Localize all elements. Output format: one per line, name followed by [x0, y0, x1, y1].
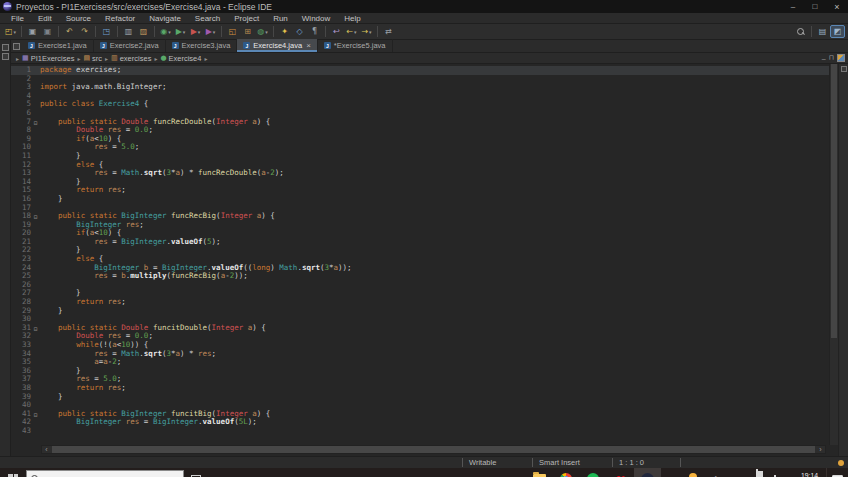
- new-java-project-button[interactable]: ◱: [226, 25, 239, 38]
- open-element-button[interactable]: ◳: [100, 25, 113, 38]
- code-line[interactable]: 19 BigInteger res;: [11, 221, 848, 230]
- vertical-scrollbar-thumb[interactable]: [831, 64, 837, 338]
- code-line[interactable]: 22 }: [11, 246, 848, 255]
- annotation-menu-icon[interactable]: [841, 66, 847, 72]
- last-edit-location-button[interactable]: ↩: [330, 25, 343, 38]
- new-class-button[interactable]: ◍▾: [256, 25, 269, 38]
- paste-button[interactable]: ▨: [137, 25, 150, 38]
- restore-package-explorer-icon[interactable]: [2, 44, 9, 51]
- close-button[interactable]: ×: [826, 0, 848, 13]
- horizontal-scrollbar[interactable]: ‹ ›: [41, 445, 826, 454]
- code-line[interactable]: 10 res = 5.0;: [11, 143, 848, 152]
- breadcrumb-pi1exercises[interactable]: ▦PI1Exercises: [22, 54, 74, 63]
- code-line[interactable]: 34 res = Math.sqrt(3*a) * res;: [11, 350, 848, 359]
- chrome-button[interactable]: [553, 468, 580, 477]
- weather-widget[interactable]: 27°C: [689, 473, 723, 477]
- menu-file[interactable]: File: [4, 13, 31, 24]
- code-line[interactable]: 39 }: [11, 393, 848, 402]
- code-line[interactable]: 42 BigInteger res = BigInteger.valueOf(5…: [11, 418, 848, 427]
- fold-marker-icon[interactable]: ⊟: [31, 410, 40, 419]
- breadcrumb-toggle-icon[interactable]: ▸: [16, 55, 19, 62]
- code-line[interactable]: 37 res = 5.0;: [11, 375, 848, 384]
- taskbar-clock[interactable]: 19:14 04/11/2024: [784, 472, 818, 477]
- code-line[interactable]: 5public class Exercise4 {: [11, 100, 848, 109]
- code-line[interactable]: 28 return res;: [11, 298, 848, 307]
- coverage-button[interactable]: ▶▾: [204, 25, 217, 38]
- code-line[interactable]: 21 res = BigInteger.valueOf(5);: [11, 238, 848, 247]
- code-line[interactable]: 8 Double res = 0.0;: [11, 126, 848, 135]
- tab-exercise2java[interactable]: JExercise2.java: [94, 39, 166, 52]
- maximize-editor-icon[interactable]: ⊓: [829, 54, 834, 62]
- minimize-editor-icon[interactable]: –: [822, 55, 826, 62]
- mark-occurrences-button[interactable]: ¶: [308, 25, 321, 38]
- vertical-scrollbar[interactable]: [829, 64, 838, 445]
- horizontal-scrollbar-thumb[interactable]: [52, 446, 815, 453]
- save-button[interactable]: ▣: [26, 25, 39, 38]
- spotify-button[interactable]: ≡: [580, 468, 607, 477]
- fold-marker-icon[interactable]: ⊟: [31, 212, 40, 221]
- code-line[interactable]: 43: [11, 427, 848, 436]
- menu-help[interactable]: Help: [337, 13, 367, 24]
- link-with-editor-button[interactable]: ⇄: [382, 25, 395, 38]
- onedrive-button[interactable]: ☁: [743, 470, 751, 477]
- tab-exercise5java[interactable]: J*Exercise5.java: [318, 39, 393, 52]
- copy-button[interactable]: ▥: [122, 25, 135, 38]
- tab-exercise3java[interactable]: JExercise3.java: [166, 39, 238, 52]
- editor-area-handle[interactable]: [13, 43, 20, 50]
- code-line[interactable]: 1package exercises;: [11, 66, 848, 75]
- code-line[interactable]: 16 }: [11, 195, 848, 204]
- minimize-button[interactable]: –: [782, 0, 804, 13]
- code-line[interactable]: 26: [11, 281, 848, 290]
- code-line[interactable]: 11 }: [11, 152, 848, 161]
- scroll-right-icon[interactable]: ›: [816, 445, 825, 454]
- run-button[interactable]: ▶▾: [174, 25, 187, 38]
- close-tab-icon[interactable]: ×: [306, 41, 311, 50]
- taskbar-search-box[interactable]: [26, 470, 184, 477]
- breadcrumb-src[interactable]: ▤src: [83, 54, 102, 63]
- search-flashlight-button[interactable]: ✦: [278, 25, 291, 38]
- restore-outline-icon[interactable]: [837, 54, 845, 62]
- toolbar-search-button[interactable]: [794, 25, 807, 38]
- menu-run[interactable]: Run: [266, 13, 295, 24]
- menu-edit[interactable]: Edit: [31, 13, 59, 24]
- menu-source[interactable]: Source: [59, 13, 98, 24]
- eclipse-button[interactable]: [634, 468, 661, 477]
- code-line[interactable]: 13 res = Math.sqrt(3*a) * funcRecDouble(…: [11, 169, 848, 178]
- action-center-button[interactable]: 1: [826, 468, 848, 477]
- task-view-button[interactable]: [184, 468, 208, 477]
- menu-project[interactable]: Project: [227, 13, 266, 24]
- save-all-button[interactable]: ▣: [41, 25, 54, 38]
- undo-button[interactable]: ↶: [63, 25, 76, 38]
- back-button[interactable]: ←▾: [345, 25, 358, 38]
- debug-button[interactable]: ◉▾: [159, 25, 172, 38]
- code-line[interactable]: 35 a=a-2;: [11, 358, 848, 367]
- code-line[interactable]: 14 }: [11, 178, 848, 187]
- new-wizard-button[interactable]: ◰▾: [4, 25, 17, 38]
- code-line[interactable]: 25 res = b.multiply(funcRecBig(a-2));: [11, 272, 848, 281]
- code-line[interactable]: 36 }: [11, 367, 848, 376]
- notification-bulb-icon[interactable]: [838, 460, 844, 466]
- perspective-java-button[interactable]: ◩: [830, 25, 845, 38]
- code-line[interactable]: 3import java.math.BigInteger;: [11, 83, 848, 92]
- menu-window[interactable]: Window: [295, 13, 337, 24]
- redo-button[interactable]: ↷: [78, 25, 91, 38]
- restore-view-icon[interactable]: [2, 53, 9, 60]
- maximize-button[interactable]: □: [804, 0, 826, 13]
- tab-exercise1java[interactable]: JExercise1.java: [22, 39, 94, 52]
- start-button[interactable]: [0, 468, 26, 477]
- forward-button[interactable]: →▾: [360, 25, 373, 38]
- menu-refactor[interactable]: Refactor: [98, 13, 142, 24]
- code-editor[interactable]: 1package exercises;23import java.math.Bi…: [11, 64, 848, 456]
- menu-navigate[interactable]: Navigate: [142, 13, 188, 24]
- open-type-button[interactable]: ◇: [293, 25, 306, 38]
- profile-button[interactable]: ▶▾: [189, 25, 202, 38]
- breadcrumb-exercise4[interactable]: ●Exercise4: [160, 54, 201, 63]
- new-package-button[interactable]: ⊞: [241, 25, 254, 38]
- code-line[interactable]: 38 return res;: [11, 384, 848, 393]
- breadcrumb-exercises[interactable]: ▥exercises: [111, 54, 151, 63]
- code-line[interactable]: 27 }: [11, 289, 848, 298]
- netflix-button[interactable]: N: [607, 468, 634, 477]
- fold-marker-icon[interactable]: ⊟: [31, 118, 40, 127]
- menu-search[interactable]: Search: [188, 13, 227, 24]
- tab-exercise4java[interactable]: JExercise4.java×: [237, 39, 317, 52]
